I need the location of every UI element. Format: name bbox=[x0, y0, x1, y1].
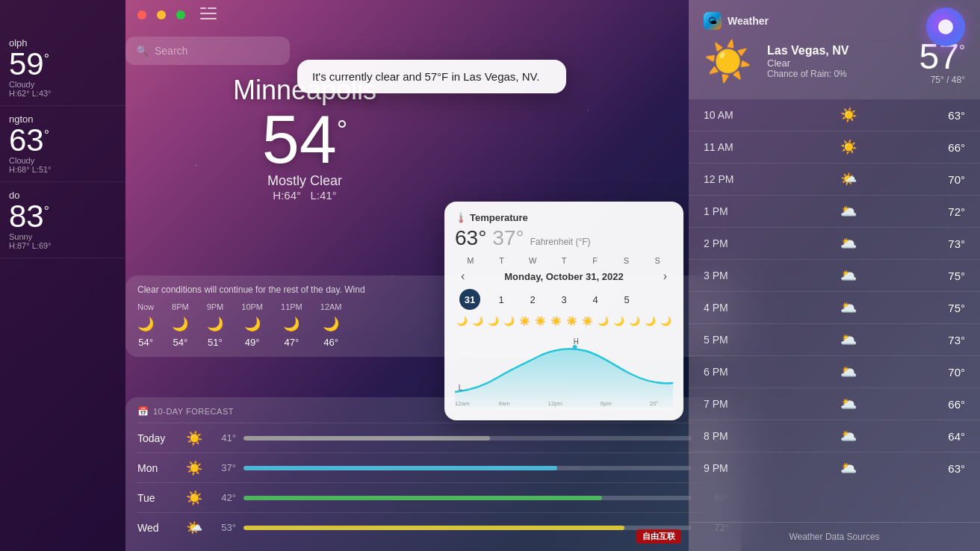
hourly-list-temp: 70° bbox=[948, 366, 965, 379]
svg-text:L: L bbox=[459, 384, 463, 392]
hourly-list-item: 6 PM 🌥️ 70° bbox=[689, 355, 980, 387]
hourly-list-icon: 🌥️ bbox=[840, 460, 857, 476]
temp-hourly-icon: 🌙 bbox=[471, 316, 485, 326]
lv-rain-chance: Chance of Rain: 0% bbox=[767, 69, 849, 79]
hourly-list-item: 10 AM ☀️ 63° bbox=[689, 99, 980, 131]
hourly-list-icon: 🌤️ bbox=[840, 171, 857, 187]
cal-next-button[interactable]: › bbox=[657, 270, 673, 283]
forecast-bar-fill bbox=[244, 526, 624, 530]
svg-text:12am: 12am bbox=[455, 400, 470, 407]
cal-day[interactable]: 31 bbox=[459, 289, 480, 310]
forecast-row: Tue ☀️ 42° 68° bbox=[137, 482, 729, 512]
cal-grid: 3112345 bbox=[455, 289, 673, 310]
right-weather-panel: 🌤 Weather ☀️ Las Vegas, NV Clear Chance … bbox=[689, 0, 980, 551]
lv-sun-icon: ☀️ bbox=[704, 39, 752, 84]
forecast-day: Tue bbox=[137, 492, 182, 504]
cal-day[interactable]: 5 bbox=[616, 289, 637, 310]
forecast-low: 42° bbox=[206, 492, 236, 503]
left-city-1-temp: 59° bbox=[9, 49, 117, 80]
hourly-item: 10PM 🌙 49° bbox=[241, 302, 263, 348]
forecast-low: 53° bbox=[206, 522, 236, 533]
forecast-day: Mon bbox=[137, 462, 182, 474]
hourly-label: 12AM bbox=[320, 302, 342, 311]
hourly-item: 12AM 🌙 46° bbox=[320, 302, 342, 348]
siri-bubble-text: It's currently clear and 57°F in Las Veg… bbox=[312, 70, 539, 83]
weather-app-label: Weather bbox=[728, 15, 769, 27]
hourly-list-time: 11 AM bbox=[704, 141, 748, 153]
cal-prev-button[interactable]: ‹ bbox=[455, 270, 471, 283]
hourly-list-icon: 🌥️ bbox=[840, 396, 857, 412]
hourly-label: 8PM bbox=[172, 302, 189, 311]
search-input[interactable] bbox=[155, 45, 279, 57]
lv-info: Las Vegas, NV Clear Chance of Rain: 0% bbox=[767, 44, 849, 79]
temp-hourly-icon: ☀️ bbox=[518, 316, 532, 326]
cal-day[interactable]: 1 bbox=[491, 289, 512, 310]
hourly-list-temp: 73° bbox=[948, 334, 965, 346]
lv-high: 75° / 48° bbox=[919, 75, 965, 85]
sidebar-toggle-icon[interactable] bbox=[200, 7, 217, 22]
forecast-bar-fill bbox=[244, 436, 490, 441]
traffic-light-close[interactable] bbox=[137, 10, 146, 19]
left-city-2-temp: 63° bbox=[9, 125, 117, 156]
hourly-list-icon: 🌥️ bbox=[840, 428, 857, 444]
temp-cal-title: 🌡️ Temperature bbox=[455, 212, 673, 223]
cal-day[interactable]: 2 bbox=[522, 289, 543, 310]
temp-vals: 63° 37° Fahrenheit (°F) bbox=[455, 223, 673, 256]
temp-unit-label: Fahrenheit (°F) bbox=[530, 237, 591, 247]
watermark-brand: 自由互联 bbox=[636, 529, 681, 544]
cal-day[interactable]: 4 bbox=[585, 289, 606, 310]
hourly-list-item: 8 PM 🌥️ 64° bbox=[689, 420, 980, 452]
hourly-item: 9PM 🌙 51° bbox=[207, 302, 224, 348]
siri-icon[interactable] bbox=[926, 7, 965, 46]
hourly-list-item: 7 PM 🌥️ 66° bbox=[689, 387, 980, 420]
hourly-item: 11PM 🌙 47° bbox=[281, 302, 303, 348]
hourly-list-temp: 73° bbox=[948, 237, 965, 250]
hourly-list-time: 1 PM bbox=[704, 205, 748, 217]
temp-hourly-icon: 🌙 bbox=[596, 316, 610, 326]
hourly-list-time: 6 PM bbox=[704, 366, 748, 378]
watermark: 自由互联 bbox=[636, 529, 681, 544]
hourly-temp: 54° bbox=[173, 337, 187, 348]
forecast-row: Today ☀️ 41° 64° bbox=[137, 423, 729, 452]
hourly-list-temp: 63° bbox=[948, 462, 965, 475]
svg-rect-1 bbox=[200, 13, 217, 14]
main-city-display: Minneapolis 54° Mostly Clear H:64° L:41° bbox=[125, 75, 484, 202]
hourly-item: Now 🌙 54° bbox=[137, 302, 154, 348]
svg-text:H: H bbox=[574, 337, 579, 346]
cal-day-header: S bbox=[611, 256, 642, 265]
cal-day-header: W bbox=[517, 256, 548, 265]
forecast-icon: ☀️ bbox=[182, 430, 206, 446]
hourly-list-item: 4 PM 🌥️ 75° bbox=[689, 291, 980, 323]
left-city-3[interactable]: do 83° Sunny H:87° L:69° bbox=[0, 182, 125, 258]
cal-day-header: M bbox=[455, 256, 486, 265]
left-city-1[interactable]: olph 59° Cloudy H:62° L:43° bbox=[0, 30, 125, 106]
cal-days-header: MTWTFSS bbox=[455, 256, 673, 265]
weather-data-sources-link[interactable]: Weather Data Sources bbox=[689, 522, 980, 551]
hourly-temp: 46° bbox=[323, 337, 338, 348]
forecast-day: Wed bbox=[137, 522, 182, 534]
left-city-1-hl: H:62° L:43° bbox=[9, 89, 117, 98]
svg-rect-3 bbox=[208, 7, 217, 9]
temp-hourly-icon: 🌙 bbox=[612, 316, 626, 326]
hourly-list-icon: 🌥️ bbox=[840, 267, 857, 284]
hourly-label: Now bbox=[137, 302, 154, 311]
hourly-list-item: 9 PM 🌥️ 63° bbox=[689, 452, 980, 484]
hourly-list-icon: 🌥️ bbox=[840, 299, 857, 316]
temp-hourly-icon: 🌙 bbox=[627, 316, 642, 326]
cal-day[interactable]: 3 bbox=[553, 289, 574, 310]
forecast-bar-fill bbox=[244, 496, 602, 500]
cal-day-header: F bbox=[580, 256, 611, 265]
traffic-light-min[interactable] bbox=[157, 10, 166, 19]
left-city-1-desc: Cloudy bbox=[9, 80, 117, 89]
cal-day-header: T bbox=[548, 256, 580, 265]
traffic-light-max[interactable] bbox=[176, 10, 185, 19]
hourly-list-icon: ☀️ bbox=[840, 139, 857, 155]
temp-hourly-icon: 🌙 bbox=[643, 316, 657, 326]
hourly-list-item: 5 PM 🌥️ 73° bbox=[689, 323, 980, 355]
forecast-header-label: 10-DAY FORECAST bbox=[153, 407, 234, 416]
temp-hourly-icon: ☀️ bbox=[533, 316, 548, 326]
left-city-2[interactable]: ngton 63° Cloudy H:68° L:51° bbox=[0, 106, 125, 182]
hourly-list-item: 11 AM ☀️ 66° bbox=[689, 131, 980, 163]
hourly-icon: 🌙 bbox=[172, 316, 188, 332]
search-input-wrap[interactable]: 🔍 bbox=[125, 37, 290, 65]
